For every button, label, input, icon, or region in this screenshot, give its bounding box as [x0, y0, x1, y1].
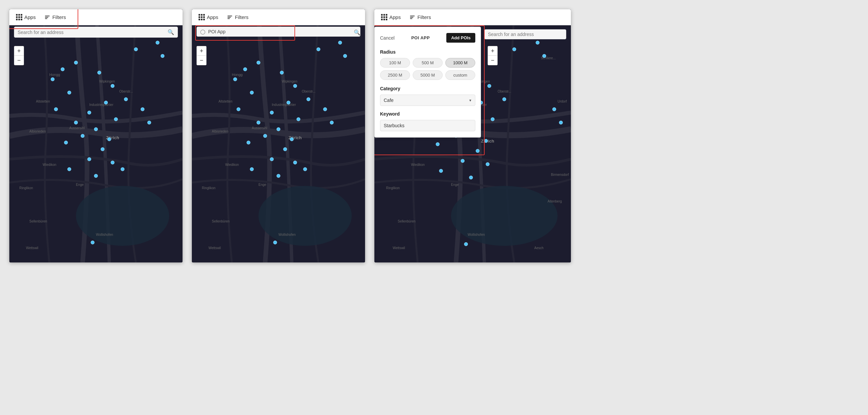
filters-button-1[interactable]: Filters [43, 13, 68, 21]
apps-button-1[interactable]: Apps [14, 13, 38, 22]
svg-point-45 [258, 186, 352, 246]
svg-point-65 [280, 71, 283, 74]
poi-bar[interactable]: ◯ POI App [196, 27, 361, 37]
svg-text:Sellenbüren: Sellenbüren [29, 220, 47, 223]
svg-point-40 [121, 167, 124, 171]
svg-point-61 [317, 47, 320, 51]
svg-point-33 [107, 137, 111, 141]
panel-1: Apps Filters 🔍 + − [9, 9, 183, 262]
svg-text:Industriequartier: Industriequartier [272, 103, 296, 106]
svg-point-27 [54, 107, 58, 111]
map-panel-3: Apps Filters Cancel POI APP Add POIs Rad… [374, 9, 571, 262]
svg-point-66 [234, 77, 237, 81]
toolbar-2: Apps Filters [192, 9, 365, 25]
svg-point-111 [542, 54, 546, 58]
svg-point-116 [488, 84, 491, 88]
radius-100m[interactable]: 100 M [380, 58, 410, 68]
svg-point-41 [141, 107, 144, 111]
svg-text:Wipkingen: Wipkingen [99, 79, 115, 83]
filters-button-2[interactable]: Filters [225, 13, 250, 21]
svg-point-122 [491, 118, 494, 121]
svg-point-18 [161, 54, 164, 58]
svg-point-78 [247, 141, 250, 144]
map-panel-2: Apps Filters ◯ POI App 🔍 + − [192, 9, 365, 262]
apps-grid-icon-2 [198, 14, 205, 20]
svg-text:Birmensdorf: Birmensdorf [551, 173, 569, 177]
keyword-input[interactable] [380, 120, 475, 131]
category-select[interactable]: Cafe Restaurant Bar Hotel Shop [380, 95, 475, 106]
filters-label-3: Filters [417, 14, 431, 20]
radius-custom[interactable]: custom [445, 70, 475, 80]
search-input-1[interactable] [18, 30, 165, 35]
svg-point-89 [451, 186, 558, 246]
svg-point-68 [250, 91, 253, 94]
search-icon-btn-1[interactable]: 🔍 [167, 29, 174, 35]
svg-point-60 [338, 41, 342, 44]
apps-label-2: Apps [207, 14, 218, 20]
svg-text:Industriequartier: Industriequartier [89, 103, 114, 106]
radius-500m[interactable]: 500 M [413, 58, 443, 68]
zoom-out-1[interactable]: − [14, 56, 24, 65]
svg-text:Ringlikon: Ringlikon [19, 186, 33, 190]
svg-point-131 [439, 169, 443, 172]
zoom-controls-3: + − [488, 46, 498, 65]
svg-text:Sellenbüren: Sellenbüren [398, 220, 415, 223]
svg-point-36 [88, 158, 91, 161]
svg-point-129 [461, 159, 464, 163]
svg-text:Hongg: Hongg [49, 73, 60, 76]
svg-point-1 [76, 186, 169, 246]
radius-grid: 100 M 500 M 1000 M 2500 M 5000 M custom [380, 58, 475, 80]
svg-text:Enge: Enge [76, 183, 84, 187]
svg-point-76 [264, 134, 267, 137]
svg-text:Aussersihl: Aussersihl [69, 126, 85, 130]
filter-icon-1 [45, 15, 50, 19]
radius-2500m[interactable]: 2500 M [380, 70, 410, 80]
search-icon-btn-2[interactable]: 🔍 [354, 29, 361, 36]
svg-point-63 [257, 61, 260, 64]
svg-point-86 [330, 121, 333, 124]
svg-point-31 [94, 128, 98, 131]
svg-point-25 [104, 101, 107, 104]
poi-bar-label: POI App [208, 29, 357, 34]
apps-button-2[interactable]: Apps [196, 13, 220, 22]
svg-text:Altstetten: Altstetten [36, 100, 50, 103]
svg-point-24 [68, 91, 71, 94]
zoom-in-2[interactable]: + [197, 46, 206, 56]
svg-text:Urdorf: Urdorf [558, 100, 567, 103]
map-svg-2: Hongg Wipkingen Altstetten Industriequar… [192, 9, 365, 262]
svg-text:Enge: Enge [451, 183, 459, 187]
cancel-button[interactable]: Cancel [380, 35, 395, 41]
zoom-out-2[interactable]: − [197, 56, 206, 65]
search-input-3[interactable] [488, 32, 563, 37]
zoom-in-3[interactable]: + [488, 46, 497, 56]
svg-text:Altstetten: Altstetten [218, 100, 232, 103]
svg-text:Wettswil: Wettswil [209, 246, 221, 250]
svg-text:Ringlikon: Ringlikon [202, 186, 216, 190]
svg-point-109 [536, 41, 539, 44]
svg-point-133 [553, 107, 556, 111]
radius-5000m[interactable]: 5000 M [413, 70, 443, 80]
svg-point-32 [81, 134, 84, 137]
apps-label-1: Apps [24, 14, 36, 20]
filter-icon-3 [410, 15, 415, 19]
svg-point-119 [503, 98, 506, 101]
svg-point-84 [304, 167, 307, 171]
zoom-out-3[interactable]: − [488, 56, 497, 65]
svg-point-62 [343, 54, 347, 58]
apps-button-3[interactable]: Apps [379, 13, 403, 22]
svg-point-128 [476, 149, 479, 153]
filters-button-3[interactable]: Filters [408, 13, 433, 21]
add-pois-button[interactable]: Add POIs [446, 33, 475, 43]
radius-1000m[interactable]: 1000 M [445, 58, 475, 68]
toolbar-3: Apps Filters [374, 9, 571, 25]
svg-point-127 [436, 142, 439, 146]
zoom-in-1[interactable]: + [14, 46, 24, 56]
panel-2: Apps Filters ◯ POI App 🔍 + − [192, 9, 365, 262]
svg-text:Oberstr...: Oberstr... [498, 90, 511, 93]
svg-point-82 [250, 167, 253, 171]
svg-point-77 [290, 137, 293, 141]
toolbar-1: Apps Filters [9, 9, 183, 25]
svg-point-75 [277, 128, 280, 131]
svg-point-79 [283, 148, 287, 151]
svg-point-35 [101, 148, 104, 151]
